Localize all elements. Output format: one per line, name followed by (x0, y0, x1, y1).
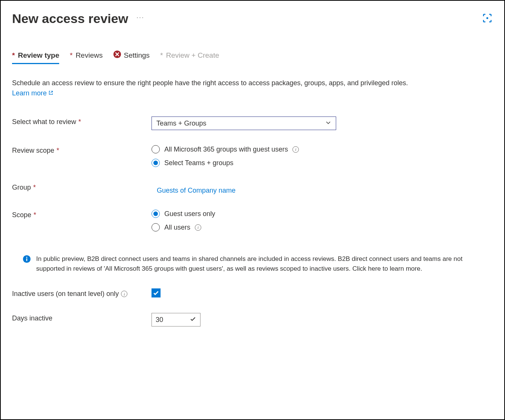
scope-label: Scope* (12, 210, 152, 219)
radio-icon (152, 159, 160, 167)
tab-review-create[interactable]: *Review + Create (160, 51, 219, 63)
info-icon[interactable]: i (292, 146, 299, 153)
info-icon[interactable]: i (121, 291, 127, 297)
inactive-users-label: Inactive users (on tenant level) only i (12, 288, 152, 298)
tab-bar: *Review type *Reviews Settings *Review +… (12, 50, 493, 64)
radio-icon (152, 223, 160, 231)
chevron-down-icon (325, 120, 331, 127)
dropdown-value: Teams + Groups (156, 120, 207, 127)
days-value: 30 (156, 316, 163, 324)
inactive-users-checkbox[interactable] (152, 288, 161, 297)
radio-all-365-groups[interactable]: All Microsoft 365 groups with guest user… (152, 145, 493, 153)
radio-icon (152, 210, 160, 218)
radio-guest-users-only[interactable]: Guest users only (152, 210, 493, 218)
radio-label: Guest users only (164, 210, 215, 218)
group-label: Group* (12, 182, 152, 192)
svg-point-3 (26, 257, 28, 258)
radio-select-teams-groups[interactable]: Select Teams + groups (152, 159, 493, 167)
radio-label: All users (164, 224, 190, 231)
intro-text: Schedule an access review to ensure the … (12, 79, 408, 87)
focus-mode-icon[interactable] (482, 12, 493, 25)
info-banner-text: In public preview, B2B direct connect us… (36, 254, 482, 273)
tab-review-type[interactable]: *Review type (12, 51, 59, 63)
check-icon (190, 316, 196, 324)
svg-point-0 (487, 17, 488, 19)
external-link-icon (48, 88, 54, 98)
select-what-label: Select what to review* (12, 116, 152, 126)
days-inactive-input[interactable]: 30 (152, 313, 200, 326)
group-selection-link[interactable]: Guests of Company name (152, 182, 493, 195)
tab-label: Review type (18, 51, 59, 60)
info-icon[interactable]: i (195, 224, 201, 231)
radio-all-users[interactable]: All users i (152, 223, 493, 231)
tab-label: Settings (124, 51, 150, 60)
info-banner: In public preview, B2B direct connect us… (23, 254, 482, 273)
select-what-dropdown[interactable]: Teams + Groups (152, 116, 336, 130)
tab-settings[interactable]: Settings (113, 50, 150, 64)
radio-label: Select Teams + groups (164, 159, 233, 167)
radio-label: All Microsoft 365 groups with guest user… (164, 146, 288, 153)
more-actions-button[interactable]: ··· (136, 14, 144, 24)
error-icon (113, 50, 121, 60)
link-label: Learn more (12, 88, 47, 98)
info-icon (23, 254, 31, 273)
review-scope-label: Review scope* (12, 145, 152, 155)
svg-rect-4 (26, 258, 28, 261)
days-inactive-label: Days inactive (12, 313, 152, 322)
tab-label: Review + Create (166, 51, 219, 60)
radio-icon (152, 145, 160, 153)
tab-label: Reviews (76, 51, 103, 60)
tab-reviews[interactable]: *Reviews (70, 51, 103, 63)
page-title: New access review (12, 11, 128, 26)
learn-more-link[interactable]: Learn more (12, 88, 54, 98)
